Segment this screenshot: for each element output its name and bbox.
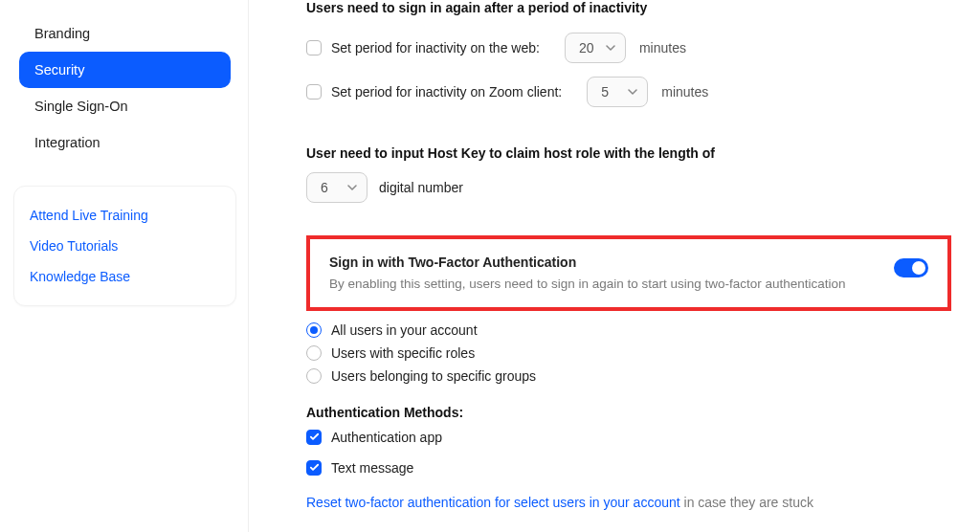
scope-option-label: Users with specific roles	[331, 345, 475, 361]
sidebar-item-integration[interactable]: Integration	[19, 124, 231, 161]
inactivity-client-row: Set period for inactivity on Zoom client…	[306, 77, 951, 107]
page-root: Branding Security Single Sign-On Integra…	[0, 0, 980, 532]
nav-card: Branding Security Single Sign-On Integra…	[13, 10, 236, 166]
auth-method-app-row: Authentication app	[306, 430, 951, 445]
toggle-knob	[912, 261, 925, 275]
help-link-knowledgebase[interactable]: Knowledge Base	[30, 261, 220, 292]
inactivity-client-select[interactable]: 5	[587, 77, 648, 107]
auth-method-sms-row: Text message	[306, 460, 951, 476]
twofa-title: Sign in with Two-Factor Authentication	[329, 255, 846, 270]
twofa-highlight: Sign in with Two-Factor Authentication B…	[306, 235, 951, 311]
auth-methods-title: Authentication Methods:	[306, 405, 951, 420]
hostkey-title: User need to input Host Key to claim hos…	[306, 145, 951, 161]
inactivity-client-label: Set period for inactivity on Zoom client…	[331, 84, 562, 100]
hostkey-block: User need to input Host Key to claim hos…	[306, 145, 951, 203]
inactivity-web-checkbox[interactable]	[306, 40, 322, 55]
scope-option-specific-roles[interactable]: Users with specific roles	[306, 345, 951, 361]
settings-sidebar: Branding Security Single Sign-On Integra…	[0, 0, 249, 532]
twofa-toggle[interactable]	[894, 258, 928, 277]
twofa-scope-group: All users in your account Users with spe…	[306, 322, 951, 384]
auth-method-sms-checkbox[interactable]	[306, 460, 322, 476]
twofa-text: Sign in with Two-Factor Authentication B…	[329, 255, 846, 294]
hostkey-select[interactable]: 6	[306, 172, 368, 203]
reset-2fa-link[interactable]: Reset two-factor authentication for sele…	[306, 495, 680, 510]
inactivity-client-checkbox[interactable]	[306, 84, 322, 100]
scope-option-label: Users belonging to specific groups	[331, 368, 536, 384]
auth-method-sms-label: Text message	[331, 460, 413, 476]
inactivity-client-unit: minutes	[661, 84, 708, 100]
inactivity-client-value: 5	[601, 84, 609, 100]
radio-icon	[306, 345, 322, 361]
sidebar-item-security[interactable]: Security	[19, 52, 231, 88]
inactivity-web-unit: minutes	[639, 40, 686, 55]
auth-method-app-checkbox[interactable]	[306, 430, 322, 445]
scope-option-specific-groups[interactable]: Users belonging to specific groups	[306, 368, 951, 384]
settings-content: Users need to sign in again after a peri…	[249, 0, 980, 532]
radio-icon	[306, 368, 322, 384]
reset-2fa-line: Reset two-factor authentication for sele…	[306, 495, 951, 510]
inactivity-web-value: 20	[579, 40, 594, 55]
chevron-down-icon	[347, 183, 357, 192]
chevron-down-icon	[606, 43, 615, 53]
help-link-tutorials[interactable]: Video Tutorials	[30, 231, 220, 261]
scope-option-label: All users in your account	[331, 322, 478, 338]
hostkey-value: 6	[321, 180, 328, 195]
hostkey-unit: digital number	[379, 180, 463, 195]
inactivity-web-label: Set period for inactivity on the web:	[331, 40, 540, 55]
help-link-training[interactable]: Attend Live Training	[30, 200, 220, 231]
reset-2fa-suffix-text: in case they are stuck	[684, 495, 813, 510]
scope-option-all-users[interactable]: All users in your account	[306, 322, 951, 338]
chevron-down-icon	[628, 87, 637, 97]
sidebar-item-single-sign-on[interactable]: Single Sign-On	[19, 88, 231, 124]
sidebar-item-branding[interactable]: Branding	[19, 15, 231, 52]
twofa-description: By enabling this setting, users need to …	[329, 276, 846, 294]
inactivity-title: Users need to sign in again after a peri…	[306, 0, 951, 15]
inactivity-web-row: Set period for inactivity on the web: 20…	[306, 33, 951, 63]
auth-method-app-label: Authentication app	[331, 430, 442, 445]
help-card: Attend Live Training Video Tutorials Kno…	[13, 186, 236, 306]
radio-icon	[306, 322, 322, 338]
inactivity-web-select[interactable]: 20	[565, 33, 626, 63]
